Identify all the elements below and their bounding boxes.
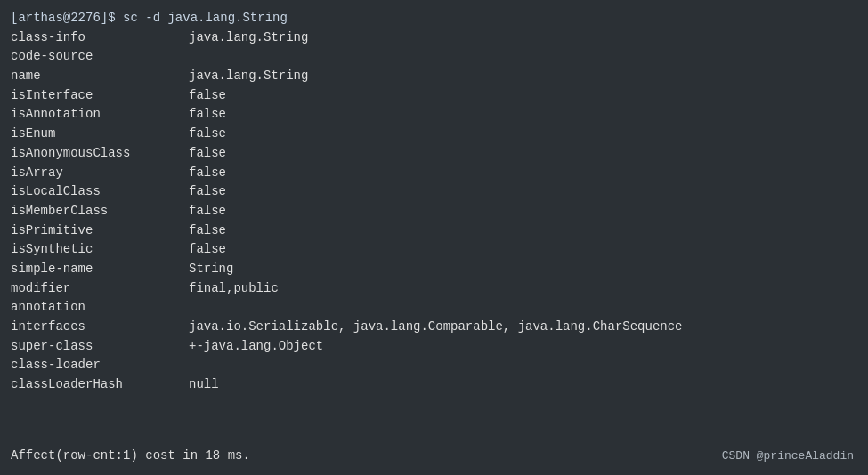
row-key: classLoaderHash xyxy=(11,375,189,395)
table-row: isInterfacefalse xyxy=(11,86,857,106)
table-row: annotation xyxy=(11,298,857,318)
table-row: interfacesjava.io.Serializable, java.lan… xyxy=(11,318,857,337)
row-key: isAnonymousClass xyxy=(11,144,189,164)
row-value: false xyxy=(189,182,226,202)
row-value: +-java.lang.Object xyxy=(189,337,323,357)
row-key: isAnnotation xyxy=(11,105,189,125)
row-key: name xyxy=(11,67,189,86)
row-key: isSynthetic xyxy=(11,240,189,260)
row-value: false xyxy=(189,86,226,106)
table-row: simple-nameString xyxy=(11,260,857,279)
table-row: isEnumfalse xyxy=(11,125,857,144)
row-value: null xyxy=(189,375,219,395)
row-value: false xyxy=(189,144,226,164)
row-key: isPrimitive xyxy=(11,221,189,241)
row-key: simple-name xyxy=(11,260,189,279)
row-key: interfaces xyxy=(11,318,189,337)
row-key: modifier xyxy=(11,279,189,299)
table-row: super-class+-java.lang.Object xyxy=(11,337,857,357)
table-row: isArrayfalse xyxy=(11,164,857,183)
row-key: super-class xyxy=(11,337,189,357)
row-value: false xyxy=(189,240,226,260)
output-rows: class-infojava.lang.Stringcode-sourcenam… xyxy=(11,28,857,395)
table-row: isAnnotationfalse xyxy=(11,105,857,125)
watermark: CSDN @princeAladdin xyxy=(722,449,854,463)
table-row: class-loader xyxy=(11,356,857,375)
row-key: isMemberClass xyxy=(11,202,189,221)
row-key: class-info xyxy=(11,28,189,48)
row-value: false xyxy=(189,202,226,221)
row-value: java.io.Serializable, java.lang.Comparab… xyxy=(189,318,683,337)
table-row: modifierfinal,public xyxy=(11,279,857,299)
row-key: isLocalClass xyxy=(11,182,189,202)
row-value: false xyxy=(189,125,226,144)
table-row: isMemberClassfalse xyxy=(11,202,857,221)
row-value: java.lang.String xyxy=(189,67,308,86)
table-row: isSyntheticfalse xyxy=(11,240,857,260)
affect-line: Affect(row-cnt:1) cost in 18 ms. xyxy=(11,448,250,463)
row-key: class-loader xyxy=(11,356,189,375)
table-row: classLoaderHashnull xyxy=(11,375,857,395)
row-value: false xyxy=(189,221,226,241)
table-row: isPrimitivefalse xyxy=(11,221,857,241)
table-row: code-source xyxy=(11,47,857,67)
row-key: isEnum xyxy=(11,125,189,144)
table-row: class-infojava.lang.String xyxy=(11,28,857,48)
row-key: isArray xyxy=(11,164,189,183)
terminal-window: [arthas@2276]$ sc -d java.lang.String cl… xyxy=(0,0,868,475)
table-row: isAnonymousClassfalse xyxy=(11,144,857,164)
prompt-line: [arthas@2276]$ sc -d java.lang.String xyxy=(11,9,857,28)
table-row: namejava.lang.String xyxy=(11,67,857,86)
row-value: false xyxy=(189,164,226,183)
row-key: code-source xyxy=(11,47,189,67)
row-value: false xyxy=(189,105,226,125)
row-value: final,public xyxy=(189,279,279,299)
row-value: java.lang.String xyxy=(189,28,308,48)
prompt-text: [arthas@2276]$ sc -d java.lang.String xyxy=(11,9,288,28)
table-row: isLocalClassfalse xyxy=(11,182,857,202)
row-key: annotation xyxy=(11,298,189,318)
row-key: isInterface xyxy=(11,86,189,106)
row-value: String xyxy=(189,260,233,279)
